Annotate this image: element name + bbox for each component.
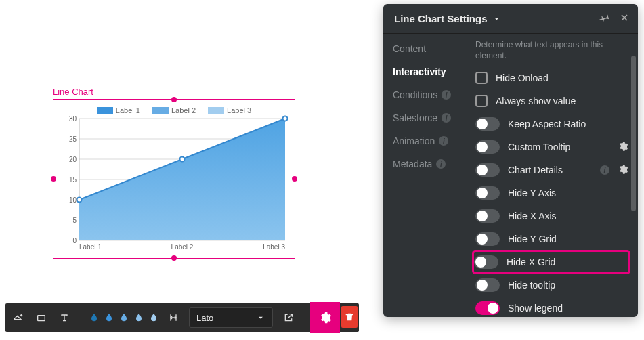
legend-label: Label 1: [116, 106, 140, 114]
option-row-hide_tooltip: Hide tooltip: [475, 275, 628, 295]
nav-label: Animation: [393, 135, 435, 146]
y-tick: 0: [72, 237, 77, 245]
info-icon[interactable]: i: [436, 159, 446, 169]
toggle-keep_aspect[interactable]: [475, 117, 500, 131]
settings-nav-metadata[interactable]: Metadatai: [393, 158, 470, 169]
svg-point-10: [283, 116, 288, 121]
option-label: Hide tooltip: [508, 280, 628, 291]
option-settings-button[interactable]: [618, 141, 628, 154]
palette-swatch[interactable]: [132, 311, 146, 324]
settings-nav-content[interactable]: Content: [393, 43, 470, 54]
option-label: Always show value: [496, 95, 628, 106]
palette-swatch[interactable]: [117, 311, 131, 324]
palette-swatches: [87, 311, 160, 324]
option-row-always_show_value: Always show value: [475, 91, 628, 111]
text-tool-button[interactable]: [54, 307, 74, 328]
option-label: Hide Onload: [496, 72, 628, 83]
settings-nav: ContentInteractivityConditionsiSalesforc…: [383, 34, 470, 317]
close-button[interactable]: [619, 12, 630, 25]
info-icon[interactable]: i: [439, 136, 448, 146]
nav-label: Conditions: [393, 89, 437, 100]
option-row-hide_x_grid: Hide X Grid: [474, 252, 628, 272]
option-label: Hide X Axis: [508, 211, 628, 221]
toggle-custom_tooltip[interactable]: [475, 140, 500, 154]
option-row-chart_details: Chart Detailsi: [475, 160, 628, 180]
palette-swatch[interactable]: [102, 311, 116, 324]
info-icon[interactable]: i: [442, 113, 451, 123]
info-icon[interactable]: i: [600, 165, 609, 175]
resize-handle-bottom[interactable]: [171, 255, 177, 261]
x-tick: Label 2: [171, 243, 194, 254]
legend-item: Label 2: [152, 106, 196, 114]
resize-handle-right[interactable]: [292, 176, 297, 182]
legend-swatch: [152, 107, 169, 114]
nav-label: Content: [393, 43, 426, 54]
option-settings-button[interactable]: [618, 164, 628, 177]
svg-point-11: [21, 315, 22, 316]
scrollbar-thumb[interactable]: [631, 56, 636, 211]
x-tick: Label 3: [263, 243, 285, 254]
checkbox-always_show_value[interactable]: [475, 95, 488, 107]
font-select[interactable]: Lato: [189, 307, 273, 328]
open-external-button[interactable]: [278, 307, 299, 328]
resize-handle-left[interactable]: [51, 176, 56, 182]
option-row-hide_y_axis: Hide Y Axis: [475, 183, 628, 203]
fill-tool-button[interactable]: [8, 307, 28, 328]
spacing-tool-button[interactable]: [163, 307, 184, 328]
settings-panel-title[interactable]: Line Chart Settings: [394, 13, 502, 24]
legend-item: Label 3: [208, 106, 251, 114]
settings-nav-interactivity[interactable]: Interactivity: [393, 66, 470, 77]
delete-button[interactable]: [341, 306, 358, 328]
selection-label: Line Chart: [53, 87, 93, 97]
svg-point-8: [77, 198, 82, 203]
settings-hint: Determine what text appears in this elem…: [475, 39, 628, 61]
settings-panel-title-text: Line Chart Settings: [394, 13, 488, 24]
option-row-show_legend: Show legend: [475, 298, 628, 317]
border-tool-button[interactable]: [31, 307, 51, 328]
option-row-hide_onload: Hide Onload: [475, 68, 628, 88]
y-tick: 5: [72, 217, 77, 224]
toggle-hide_x_grid[interactable]: [474, 255, 498, 269]
option-label: Hide X Grid: [507, 257, 624, 268]
toggle-hide_y_axis[interactable]: [475, 186, 500, 200]
toggle-hide_tooltip[interactable]: [475, 278, 500, 292]
pin-button[interactable]: [599, 12, 609, 25]
palette-swatch[interactable]: [147, 311, 160, 324]
gear-icon: [318, 311, 332, 324]
settings-nav-animation[interactable]: Animationi: [393, 135, 470, 146]
toggle-hide_y_grid[interactable]: [475, 232, 500, 246]
legend-item: Label 1: [97, 106, 140, 114]
legend-swatch: [208, 107, 224, 114]
settings-nav-conditions[interactable]: Conditionsi: [393, 89, 470, 100]
checkbox-hide_onload[interactable]: [475, 72, 488, 84]
nav-label: Interactivity: [393, 66, 446, 77]
resize-handle-top[interactable]: [171, 97, 177, 102]
panel-scrollbar[interactable]: [630, 37, 637, 314]
legend-label: Label 3: [227, 106, 251, 114]
svg-rect-12: [38, 316, 45, 321]
palette-swatch[interactable]: [87, 311, 101, 324]
nav-label: Metadata: [393, 158, 432, 169]
nav-label: Salesforce: [393, 112, 437, 123]
editor-toolbar: Lato: [5, 303, 359, 332]
option-row-keep_aspect: Keep Aspect Ratio: [475, 114, 628, 134]
y-tick: 10: [69, 196, 77, 204]
info-icon[interactable]: i: [442, 90, 451, 100]
option-label: Keep Aspect Ratio: [508, 119, 628, 129]
option-label: Show legend: [508, 303, 628, 314]
y-tick: 25: [69, 135, 77, 143]
chart-plot: 051015202530 Label 1Label 2Label 3: [63, 119, 285, 254]
chart-selection-frame[interactable]: Label 1Label 2Label 3 051015202530 Label…: [53, 99, 295, 259]
y-tick: 15: [69, 176, 77, 184]
close-icon: [619, 12, 630, 23]
legend-label: Label 2: [171, 106, 196, 114]
y-tick: 20: [69, 156, 77, 163]
option-row-hide_y_grid: Hide Y Grid: [475, 229, 628, 249]
toggle-show_legend[interactable]: [475, 301, 500, 315]
settings-nav-salesforce[interactable]: Salesforcei: [393, 112, 470, 123]
settings-button[interactable]: [310, 302, 340, 333]
chevron-down-icon: [256, 313, 265, 322]
settings-panel-header: Line Chart Settings: [383, 4, 638, 34]
toggle-hide_x_axis[interactable]: [475, 209, 500, 223]
toggle-chart_details[interactable]: [475, 163, 500, 177]
